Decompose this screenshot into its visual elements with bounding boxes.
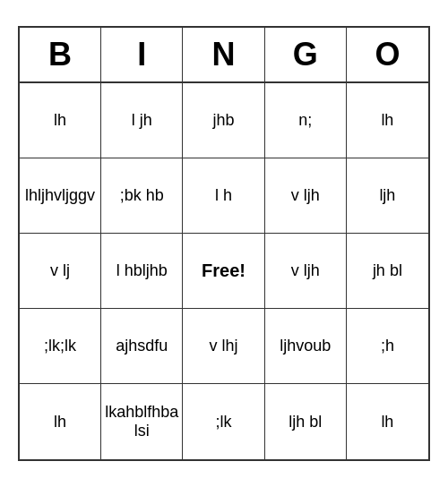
cell-1-3: v ljh xyxy=(265,158,347,234)
cell-3-3: ljhvoub xyxy=(265,309,347,384)
cell-0-0: lh xyxy=(20,83,101,158)
cell-4-3: ljh bl xyxy=(265,384,347,459)
cell-0-4: lh xyxy=(347,83,428,158)
cell-1-1: ;bk hb xyxy=(101,158,183,234)
cell-2-3: v ljh xyxy=(265,234,347,309)
cell-3-4: ;h xyxy=(347,309,428,384)
cell-1-2: l h xyxy=(183,158,264,234)
cell-2-1: l hbljhb xyxy=(101,234,183,309)
cell-3-2: v lhj xyxy=(183,309,264,384)
cell-1-0: lhljhvljggv xyxy=(20,158,101,234)
bingo-card: B I N G O lh l jh jhb n; lh lhljhvljggv … xyxy=(18,26,430,461)
cell-0-3: n; xyxy=(265,83,347,158)
cell-4-0: lh xyxy=(20,384,101,459)
cell-2-4: jh bl xyxy=(347,234,428,309)
cell-0-2: jhb xyxy=(183,83,264,158)
cell-3-0: ;lk;lk xyxy=(20,309,101,384)
cell-4-1: lkahblfhbalsi xyxy=(101,384,183,459)
bingo-header: B I N G O xyxy=(20,28,428,83)
header-o: O xyxy=(347,28,428,81)
cell-2-0: v lj xyxy=(20,234,101,309)
cell-2-2-free: Free! xyxy=(183,234,264,309)
bingo-grid: lh l jh jhb n; lh lhljhvljggv ;bk hb l h… xyxy=(20,83,428,459)
header-b: B xyxy=(20,28,101,81)
cell-4-4: lh xyxy=(347,384,428,459)
cell-0-1: l jh xyxy=(101,83,183,158)
header-n: N xyxy=(183,28,264,81)
cell-3-1: ajhsdfu xyxy=(101,309,183,384)
cell-1-4: ljh xyxy=(347,158,428,234)
cell-4-2: ;lk xyxy=(183,384,264,459)
header-g: G xyxy=(265,28,347,81)
header-i: I xyxy=(101,28,183,81)
